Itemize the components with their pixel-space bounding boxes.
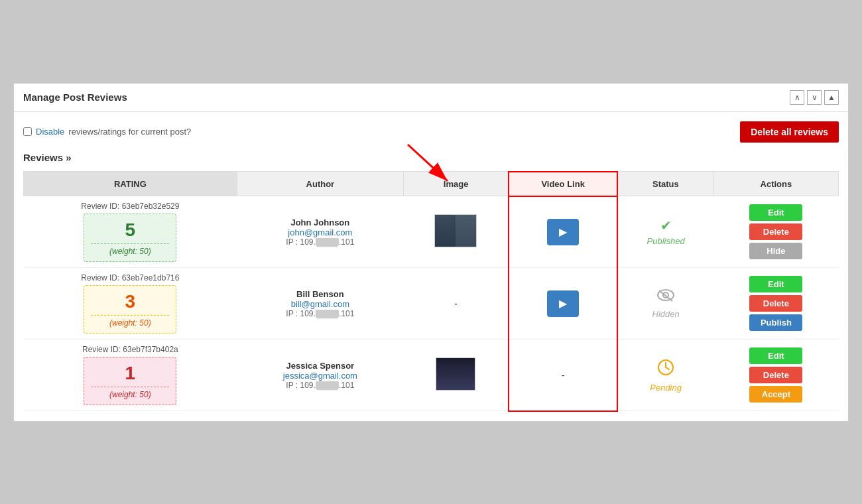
disable-label: Disable reviews/ratings for current post… bbox=[23, 127, 191, 137]
panel-expand-btn[interactable]: ∨ bbox=[807, 90, 822, 105]
table-wrapper: RATING Author Image Video Link Status Ac… bbox=[23, 171, 839, 412]
author-email-2: bill@gmail.com bbox=[242, 299, 398, 309]
col-header-status: Status bbox=[617, 172, 713, 196]
no-image-2: - bbox=[454, 298, 457, 308]
delete-button-1[interactable]: Delete bbox=[749, 223, 802, 240]
table-header-row: RATING Author Image Video Link Status Ac… bbox=[24, 172, 839, 196]
ip-blur: ████ bbox=[316, 381, 339, 389]
status-cell-2: Hidden bbox=[617, 268, 713, 340]
video-cell-1 bbox=[509, 196, 617, 268]
clock-icon bbox=[656, 358, 675, 380]
accept-button-3[interactable]: Accept bbox=[749, 386, 802, 403]
publish-button-2[interactable]: Publish bbox=[749, 314, 802, 331]
author-ip-2: IP : 109.████.101 bbox=[242, 309, 398, 318]
disable-link[interactable]: Disable bbox=[36, 127, 64, 137]
review-id-3: Review ID: 63eb7f37b402a bbox=[29, 345, 232, 354]
batman-image bbox=[436, 357, 475, 391]
status-text-2: Hidden bbox=[652, 309, 680, 319]
ip-blur: ████ bbox=[316, 238, 339, 246]
review-id-2: Review ID: 63eb7ee1db716 bbox=[29, 273, 232, 283]
status-cell-1: ✔ Published bbox=[617, 196, 713, 268]
review-id-1: Review ID: 63eb7eb32e529 bbox=[29, 202, 232, 211]
panel-body: Disable reviews/ratings for current post… bbox=[14, 112, 848, 421]
author-email-3: jessica@gmail.com bbox=[242, 371, 398, 381]
author-cell-1: John Johnson john@gmail.com IP : 109.███… bbox=[237, 196, 403, 268]
status-text-1: Published bbox=[647, 236, 685, 246]
col-header-actions: Actions bbox=[713, 172, 838, 196]
play-button-2[interactable] bbox=[547, 290, 579, 317]
rating-cell-1: Review ID: 63eb7eb32e529 5 (weight: 50) bbox=[24, 196, 237, 268]
top-bar: Disable reviews/ratings for current post… bbox=[23, 121, 839, 143]
status-text-3: Pending bbox=[650, 383, 682, 393]
reviews-table: RATING Author Image Video Link Status Ac… bbox=[23, 171, 839, 412]
ip-blur: ████ bbox=[316, 310, 339, 318]
panel-controls: ∧ ∨ ▲ bbox=[790, 90, 839, 105]
table-row: Review ID: 63eb7ee1db716 3 (weight: 50) … bbox=[24, 268, 839, 340]
author-ip-3: IP : 109.████.101 bbox=[242, 381, 398, 390]
col-header-video-link: Video Link bbox=[509, 172, 617, 196]
check-icon: ✔ bbox=[660, 218, 672, 233]
eye-slash-icon bbox=[656, 288, 675, 306]
action-buttons-2: Edit Delete Publish bbox=[719, 276, 833, 331]
image-cell-3 bbox=[403, 340, 509, 411]
actions-cell-2: Edit Delete Publish bbox=[713, 268, 838, 340]
video-cell-2 bbox=[509, 268, 617, 340]
author-name-2: Bill Benson bbox=[242, 289, 398, 299]
rating-weight-3: (weight: 50) bbox=[91, 390, 169, 399]
panel-collapse-btn[interactable]: ∧ bbox=[790, 90, 804, 105]
delete-button-2[interactable]: Delete bbox=[749, 295, 802, 312]
author-cell-2: Bill Benson bill@gmail.com IP : 109.████… bbox=[237, 268, 403, 340]
edit-button-3[interactable]: Edit bbox=[749, 347, 802, 364]
actions-cell-1: Edit Delete Hide bbox=[713, 196, 838, 268]
no-video-3: - bbox=[562, 370, 564, 380]
reviews-heading: Reviews » bbox=[23, 152, 839, 163]
rating-number-3: 1 bbox=[91, 363, 169, 384]
dual-image-1 bbox=[434, 214, 477, 247]
rating-box-2: 3 (weight: 50) bbox=[84, 285, 176, 334]
col-header-rating: RATING bbox=[24, 172, 237, 196]
action-buttons-1: Edit Delete Hide bbox=[719, 204, 833, 259]
panel-header: Manage Post Reviews ∧ ∨ ▲ bbox=[14, 84, 848, 112]
image-cell-1 bbox=[403, 196, 509, 268]
edit-button-1[interactable]: Edit bbox=[749, 204, 802, 221]
rating-box-3: 1 (weight: 50) bbox=[84, 357, 176, 405]
status-hidden-2: Hidden bbox=[623, 288, 708, 319]
disable-checkbox[interactable] bbox=[23, 127, 32, 136]
video-cell-3: - bbox=[509, 340, 617, 411]
edit-button-2[interactable]: Edit bbox=[749, 276, 802, 292]
play-button-1[interactable] bbox=[547, 219, 579, 245]
status-cell-3: Pending bbox=[617, 340, 713, 411]
status-pending-3: Pending bbox=[623, 358, 708, 393]
table-row: Review ID: 63eb7eb32e529 5 (weight: 50) … bbox=[24, 196, 839, 268]
author-email-1: john@gmail.com bbox=[242, 227, 398, 237]
rating-weight-2: (weight: 50) bbox=[91, 318, 169, 328]
actions-cell-3: Edit Delete Accept bbox=[713, 340, 838, 411]
svg-line-7 bbox=[666, 367, 669, 369]
author-name-1: John Johnson bbox=[242, 218, 398, 227]
rating-number-1: 5 bbox=[91, 220, 169, 241]
rating-cell-2: Review ID: 63eb7ee1db716 3 (weight: 50) bbox=[24, 268, 237, 340]
delete-button-3[interactable]: Delete bbox=[749, 367, 802, 383]
author-name-3: Jessica Spensor bbox=[242, 361, 398, 371]
rating-number-2: 3 bbox=[91, 291, 169, 312]
hide-button-1[interactable]: Hide bbox=[749, 243, 802, 259]
action-buttons-3: Edit Delete Accept bbox=[719, 347, 833, 403]
panel-title: Manage Post Reviews bbox=[23, 92, 127, 103]
author-cell-3: Jessica Spensor jessica@gmail.com IP : 1… bbox=[237, 340, 403, 411]
delete-all-reviews-button[interactable]: Delete all reviews bbox=[740, 121, 839, 143]
table-row: Review ID: 63eb7f37b402a 1 (weight: 50) … bbox=[24, 340, 839, 411]
col-header-author: Author bbox=[237, 172, 403, 196]
disable-text: reviews/ratings for current post? bbox=[68, 127, 191, 137]
rating-cell-3: Review ID: 63eb7f37b402a 1 (weight: 50) bbox=[24, 340, 237, 411]
rating-box-1: 5 (weight: 50) bbox=[84, 214, 176, 262]
status-published-1: ✔ Published bbox=[623, 218, 708, 246]
panel-minimize-btn[interactable]: ▲ bbox=[824, 90, 839, 105]
col-header-image: Image bbox=[403, 172, 509, 196]
rating-weight-1: (weight: 50) bbox=[91, 247, 169, 256]
manage-post-reviews-panel: Manage Post Reviews ∧ ∨ ▲ Disable review… bbox=[13, 83, 849, 422]
author-ip-1: IP : 109.████.101 bbox=[242, 237, 398, 247]
image-cell-2: - bbox=[403, 268, 509, 340]
